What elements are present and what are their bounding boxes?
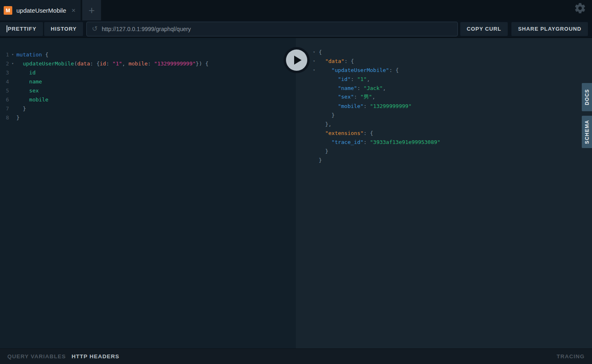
- execute-button[interactable]: [284, 47, 310, 73]
- code-text: {: [319, 49, 322, 55]
- result-code-line: }: [296, 155, 592, 164]
- bottom-bar: QUERY VARIABLES HTTP HEADERS TRACING: [0, 348, 592, 364]
- result-code-line: ▾{: [296, 47, 592, 56]
- editor-code-line[interactable]: 8}: [0, 113, 296, 122]
- code-text: mutation {: [16, 52, 48, 58]
- http-headers-tab[interactable]: HTTP HEADERS: [72, 353, 119, 360]
- play-icon: [294, 56, 302, 65]
- share-playground-label: SHARE PLAYGROUND: [518, 26, 581, 32]
- result-viewer: ▾{▾ "data": {▾ "updateUserMobile": { "id…: [296, 38, 592, 348]
- docs-tab[interactable]: DOCS: [582, 83, 592, 111]
- gear-icon: [574, 2, 586, 14]
- tab-title: updateUserMobile: [16, 7, 66, 14]
- mutation-badge: M: [4, 6, 12, 15]
- reload-history-icon[interactable]: ↺: [92, 25, 97, 33]
- schema-tab-label: SCHEMA: [584, 120, 590, 144]
- history-label: HISTORY: [51, 26, 77, 32]
- query-variables-tab[interactable]: QUERY VARIABLES: [7, 353, 66, 360]
- code-text: id: [16, 70, 36, 76]
- history-button[interactable]: HISTORY: [44, 22, 83, 36]
- fold-icon[interactable]: ▾: [313, 59, 319, 63]
- line-number: 6: [0, 97, 9, 103]
- prettify-button[interactable]: PRETTIFY: [0, 22, 43, 36]
- tab-bar: M updateUserMobile × +: [0, 0, 592, 20]
- result-code-line: "sex": "男",: [296, 92, 592, 101]
- line-number: 7: [0, 106, 9, 112]
- toolbar: PRETTIFY HISTORY ↺ COPY CURL SHARE PLAYG…: [0, 20, 592, 38]
- result-code-line: "id": "1",: [296, 74, 592, 83]
- result-code-line: ▾ "data": {: [296, 56, 592, 65]
- code-text: updateUserMobile(data: {id: "1", mobile:…: [16, 61, 209, 67]
- code-text: "updateUserMobile": {: [319, 67, 399, 73]
- text-caret: [7, 25, 7, 32]
- plus-icon: +: [88, 4, 95, 17]
- fold-icon[interactable]: ▾: [313, 50, 319, 54]
- result-code-line: }: [296, 110, 592, 119]
- editor-code-line[interactable]: 5 sex: [0, 86, 296, 95]
- fold-icon[interactable]: ▾: [313, 68, 319, 72]
- execute-button-circle: [286, 49, 307, 71]
- main-area: 1▾mutation {2▾ updateUserMobile(data: {i…: [0, 38, 592, 348]
- code-text: "mobile": "13299999999": [319, 103, 412, 109]
- line-number: 8: [0, 115, 9, 121]
- result-code-line: "name": "Jack",: [296, 83, 592, 92]
- code-text: sex: [16, 88, 39, 94]
- code-text: "name": "Jack",: [319, 85, 386, 91]
- code-text: }: [319, 148, 328, 154]
- result-code-line: "trace_id": "3933af13e91e99953089": [296, 137, 592, 146]
- docs-tab-label: DOCS: [584, 89, 590, 105]
- endpoint-bar: ↺: [86, 22, 457, 36]
- fold-icon[interactable]: ▾: [9, 52, 16, 56]
- line-number: 4: [0, 79, 9, 85]
- line-number: 5: [0, 88, 9, 94]
- share-playground-button[interactable]: SHARE PLAYGROUND: [511, 22, 588, 36]
- editor-code-line[interactable]: 2▾ updateUserMobile(data: {id: "1", mobi…: [0, 59, 296, 68]
- code-text: }: [16, 106, 26, 112]
- line-number: 2: [0, 61, 9, 67]
- code-text: "extensions": {: [319, 130, 373, 136]
- close-tab-icon[interactable]: ×: [72, 7, 76, 14]
- code-text: mobile: [16, 97, 48, 103]
- result-code-line: },: [296, 119, 592, 128]
- result-code-line: "mobile": "13299999999": [296, 101, 592, 110]
- tracing-tab[interactable]: TRACING: [557, 353, 585, 360]
- code-text: "id": "1",: [319, 76, 370, 82]
- result-code-line: ▾ "updateUserMobile": {: [296, 65, 592, 74]
- prettify-label: PRETTIFY: [8, 26, 36, 32]
- code-text: "trace_id": "3933af13e91e99953089": [319, 139, 440, 145]
- query-editor[interactable]: 1▾mutation {2▾ updateUserMobile(data: {i…: [0, 38, 296, 348]
- editor-code-line[interactable]: 7 }: [0, 104, 296, 113]
- schema-tab[interactable]: SCHEMA: [582, 116, 592, 148]
- code-text: }: [16, 115, 20, 121]
- code-text: name: [16, 79, 42, 85]
- result-code-line: "extensions": {: [296, 128, 592, 137]
- endpoint-input[interactable]: [102, 26, 452, 32]
- editor-code-line[interactable]: 6 mobile: [0, 95, 296, 104]
- result-code-line: }: [296, 146, 592, 155]
- editor-code-line[interactable]: 4 name: [0, 77, 296, 86]
- code-text: }: [319, 157, 322, 163]
- code-text: "sex": "男",: [319, 93, 375, 101]
- editor-code-line[interactable]: 3 id: [0, 68, 296, 77]
- copy-curl-button[interactable]: COPY CURL: [460, 22, 508, 36]
- line-number: 1: [0, 52, 9, 58]
- fold-icon[interactable]: ▾: [9, 61, 16, 65]
- code-text: }: [319, 112, 335, 118]
- copy-curl-label: COPY CURL: [467, 26, 501, 32]
- session-tab[interactable]: M updateUserMobile ×: [0, 0, 81, 20]
- line-number: 3: [0, 70, 9, 76]
- new-tab-button[interactable]: +: [82, 0, 101, 20]
- settings-button[interactable]: [574, 2, 586, 14]
- code-text: },: [319, 121, 331, 127]
- code-text: "data": {: [319, 58, 354, 64]
- editor-code-line[interactable]: 1▾mutation {: [0, 50, 296, 59]
